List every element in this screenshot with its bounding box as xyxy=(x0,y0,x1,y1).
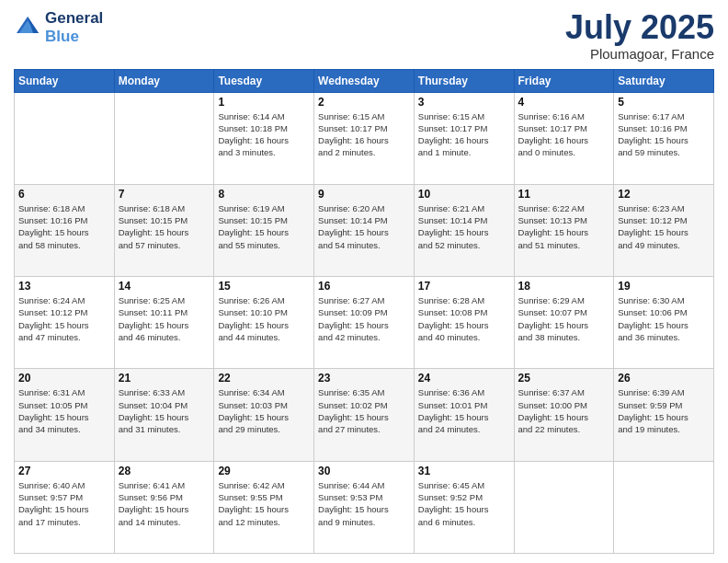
cell-content: Sunrise: 6:19 AM Sunset: 10:15 PM Daylig… xyxy=(218,202,310,251)
cell-content: Sunrise: 6:40 AM Sunset: 9:57 PM Dayligh… xyxy=(18,479,110,528)
calendar-cell: 8Sunrise: 6:19 AM Sunset: 10:15 PM Dayli… xyxy=(214,184,314,276)
day-number: 22 xyxy=(218,372,310,385)
cell-content: Sunrise: 6:20 AM Sunset: 10:14 PM Daylig… xyxy=(318,202,410,251)
day-number: 18 xyxy=(518,280,610,293)
calendar-cell xyxy=(614,461,714,553)
cell-content: Sunrise: 6:29 AM Sunset: 10:07 PM Daylig… xyxy=(518,294,610,343)
calendar-cell: 11Sunrise: 6:22 AM Sunset: 10:13 PM Dayl… xyxy=(514,184,614,276)
cell-content: Sunrise: 6:23 AM Sunset: 10:12 PM Daylig… xyxy=(618,202,710,251)
calendar-cell: 21Sunrise: 6:33 AM Sunset: 10:04 PM Dayl… xyxy=(114,369,214,461)
calendar-cell: 9Sunrise: 6:20 AM Sunset: 10:14 PM Dayli… xyxy=(314,184,415,276)
calendar-cell: 14Sunrise: 6:25 AM Sunset: 10:11 PM Dayl… xyxy=(114,277,214,369)
calendar-cell: 28Sunrise: 6:41 AM Sunset: 9:56 PM Dayli… xyxy=(114,461,214,553)
calendar-cell: 20Sunrise: 6:31 AM Sunset: 10:05 PM Dayl… xyxy=(15,369,115,461)
col-header-friday: Friday xyxy=(514,69,614,92)
calendar-cell: 23Sunrise: 6:35 AM Sunset: 10:02 PM Dayl… xyxy=(314,369,415,461)
col-header-tuesday: Tuesday xyxy=(214,69,314,92)
day-number: 2 xyxy=(318,96,410,109)
day-number: 24 xyxy=(418,372,510,385)
page: General Blue July 2025 Ploumagoar, Franc… xyxy=(0,0,728,563)
day-number: 8 xyxy=(218,188,310,201)
day-number: 21 xyxy=(119,372,210,385)
col-header-monday: Monday xyxy=(114,69,214,92)
cell-content: Sunrise: 6:37 AM Sunset: 10:00 PM Daylig… xyxy=(518,386,610,435)
calendar-cell: 27Sunrise: 6:40 AM Sunset: 9:57 PM Dayli… xyxy=(15,461,115,553)
day-number: 5 xyxy=(618,96,710,109)
day-number: 19 xyxy=(618,280,710,293)
calendar-cell: 4Sunrise: 6:16 AM Sunset: 10:17 PM Dayli… xyxy=(514,92,614,184)
col-header-thursday: Thursday xyxy=(414,69,514,92)
calendar-cell: 2Sunrise: 6:15 AM Sunset: 10:17 PM Dayli… xyxy=(314,92,415,184)
day-number: 27 xyxy=(18,465,110,477)
cell-content: Sunrise: 6:18 AM Sunset: 10:15 PM Daylig… xyxy=(119,202,210,251)
calendar-cell: 6Sunrise: 6:18 AM Sunset: 10:16 PM Dayli… xyxy=(15,184,115,276)
month-title: July 2025 xyxy=(565,9,714,46)
cell-content: Sunrise: 6:24 AM Sunset: 10:12 PM Daylig… xyxy=(18,294,110,343)
calendar-cell: 22Sunrise: 6:34 AM Sunset: 10:03 PM Dayl… xyxy=(214,369,314,461)
cell-content: Sunrise: 6:39 AM Sunset: 9:59 PM Dayligh… xyxy=(618,386,710,435)
title-block: July 2025 Ploumagoar, France xyxy=(565,9,714,62)
day-number: 16 xyxy=(318,280,410,293)
cell-content: Sunrise: 6:44 AM Sunset: 9:53 PM Dayligh… xyxy=(318,479,410,528)
cell-content: Sunrise: 6:28 AM Sunset: 10:08 PM Daylig… xyxy=(418,294,510,343)
cell-content: Sunrise: 6:27 AM Sunset: 10:09 PM Daylig… xyxy=(318,294,410,343)
cell-content: Sunrise: 6:15 AM Sunset: 10:17 PM Daylig… xyxy=(318,110,410,159)
calendar-cell: 3Sunrise: 6:15 AM Sunset: 10:17 PM Dayli… xyxy=(414,92,514,184)
calendar-cell: 13Sunrise: 6:24 AM Sunset: 10:12 PM Dayl… xyxy=(15,277,115,369)
cell-content: Sunrise: 6:33 AM Sunset: 10:04 PM Daylig… xyxy=(119,386,210,435)
cell-content: Sunrise: 6:21 AM Sunset: 10:14 PM Daylig… xyxy=(418,202,510,251)
calendar-cell xyxy=(15,92,115,184)
cell-content: Sunrise: 6:34 AM Sunset: 10:03 PM Daylig… xyxy=(218,386,310,435)
cell-content: Sunrise: 6:14 AM Sunset: 10:18 PM Daylig… xyxy=(218,110,310,159)
calendar-cell: 31Sunrise: 6:45 AM Sunset: 9:52 PM Dayli… xyxy=(414,461,514,553)
calendar-cell: 15Sunrise: 6:26 AM Sunset: 10:10 PM Dayl… xyxy=(214,277,314,369)
cell-content: Sunrise: 6:41 AM Sunset: 9:56 PM Dayligh… xyxy=(119,479,210,528)
cell-content: Sunrise: 6:22 AM Sunset: 10:13 PM Daylig… xyxy=(518,202,610,251)
calendar-cell: 19Sunrise: 6:30 AM Sunset: 10:06 PM Dayl… xyxy=(614,277,714,369)
day-number: 14 xyxy=(119,280,210,293)
day-number: 15 xyxy=(218,280,310,293)
day-number: 17 xyxy=(418,280,510,293)
col-header-sunday: Sunday xyxy=(15,69,115,92)
calendar-table: SundayMondayTuesdayWednesdayThursdayFrid… xyxy=(14,69,714,554)
calendar-cell: 26Sunrise: 6:39 AM Sunset: 9:59 PM Dayli… xyxy=(614,369,714,461)
day-number: 28 xyxy=(119,465,210,477)
cell-content: Sunrise: 6:26 AM Sunset: 10:10 PM Daylig… xyxy=(218,294,310,343)
day-number: 6 xyxy=(18,188,110,201)
logo: General Blue xyxy=(14,9,103,46)
calendar-cell: 12Sunrise: 6:23 AM Sunset: 10:12 PM Dayl… xyxy=(614,184,714,276)
day-number: 4 xyxy=(518,96,610,109)
day-number: 9 xyxy=(318,188,410,201)
day-number: 13 xyxy=(18,280,110,293)
calendar-cell: 7Sunrise: 6:18 AM Sunset: 10:15 PM Dayli… xyxy=(114,184,214,276)
cell-content: Sunrise: 6:36 AM Sunset: 10:01 PM Daylig… xyxy=(418,386,510,435)
cell-content: Sunrise: 6:17 AM Sunset: 10:16 PM Daylig… xyxy=(618,110,710,159)
cell-content: Sunrise: 6:15 AM Sunset: 10:17 PM Daylig… xyxy=(418,110,510,159)
calendar-cell: 16Sunrise: 6:27 AM Sunset: 10:09 PM Dayl… xyxy=(314,277,415,369)
cell-content: Sunrise: 6:16 AM Sunset: 10:17 PM Daylig… xyxy=(518,110,610,159)
location: Ploumagoar, France xyxy=(565,46,714,62)
day-number: 7 xyxy=(119,188,210,201)
calendar-cell: 18Sunrise: 6:29 AM Sunset: 10:07 PM Dayl… xyxy=(514,277,614,369)
calendar-cell xyxy=(114,92,214,184)
cell-content: Sunrise: 6:18 AM Sunset: 10:16 PM Daylig… xyxy=(18,202,110,251)
col-header-saturday: Saturday xyxy=(614,69,714,92)
day-number: 31 xyxy=(418,465,510,477)
day-number: 25 xyxy=(518,372,610,385)
day-number: 1 xyxy=(218,96,310,109)
day-number: 30 xyxy=(318,465,410,477)
cell-content: Sunrise: 6:30 AM Sunset: 10:06 PM Daylig… xyxy=(618,294,710,343)
calendar-cell: 5Sunrise: 6:17 AM Sunset: 10:16 PM Dayli… xyxy=(614,92,714,184)
day-number: 26 xyxy=(618,372,710,385)
cell-content: Sunrise: 6:35 AM Sunset: 10:02 PM Daylig… xyxy=(318,386,410,435)
calendar-cell: 10Sunrise: 6:21 AM Sunset: 10:14 PM Dayl… xyxy=(414,184,514,276)
calendar-cell: 29Sunrise: 6:42 AM Sunset: 9:55 PM Dayli… xyxy=(214,461,314,553)
day-number: 12 xyxy=(618,188,710,201)
calendar-cell: 17Sunrise: 6:28 AM Sunset: 10:08 PM Dayl… xyxy=(414,277,514,369)
header: General Blue July 2025 Ploumagoar, Franc… xyxy=(14,9,714,62)
cell-content: Sunrise: 6:31 AM Sunset: 10:05 PM Daylig… xyxy=(18,386,110,435)
day-number: 29 xyxy=(218,465,310,477)
logo-icon xyxy=(14,14,41,41)
calendar-cell: 25Sunrise: 6:37 AM Sunset: 10:00 PM Dayl… xyxy=(514,369,614,461)
logo-text: General Blue xyxy=(45,9,103,46)
